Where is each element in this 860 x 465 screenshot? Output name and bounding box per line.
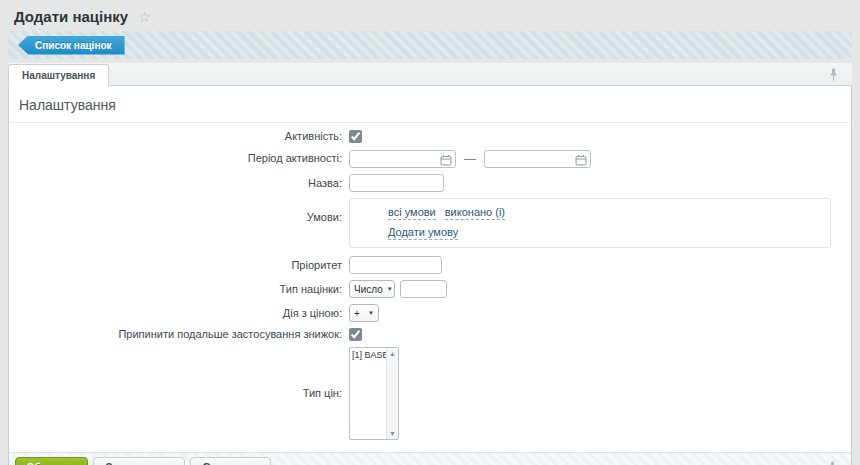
markup-type-select-value: Число — [354, 284, 383, 295]
tab-bar: Налаштування — [8, 63, 852, 86]
price-action-label: Дія з ціною: — [9, 307, 349, 320]
tab-settings[interactable]: Налаштування — [8, 64, 109, 86]
form-panel: Налаштування Активність: Період активнос… — [8, 86, 852, 465]
pin-icon[interactable] — [829, 68, 838, 86]
markup-value-input[interactable] — [400, 280, 447, 298]
chevron-down-icon: ▼ — [368, 310, 374, 316]
calendar-icon[interactable] — [440, 152, 452, 170]
row-markup-type: Тип націнки: Число ▼ — [9, 280, 851, 298]
scroll-down-icon[interactable]: ▼ — [389, 430, 396, 437]
row-price-action: Дія з ціною: + ▼ — [9, 304, 851, 322]
price-types-label: Тип цін: — [9, 387, 349, 400]
apply-button[interactable]: Застосувати — [93, 457, 185, 465]
cancel-button[interactable]: Скасувати — [190, 457, 271, 465]
stop-discounts-checkbox[interactable] — [349, 328, 362, 341]
conditions-done-link[interactable]: виконано (і) — [445, 206, 505, 220]
page: Додати націнку ☆ Список націнок Налаштув… — [0, 0, 860, 465]
star-icon[interactable]: ☆ — [138, 10, 151, 24]
markup-type-label: Тип націнки: — [9, 283, 349, 296]
activity-checkbox[interactable] — [349, 130, 362, 143]
save-button[interactable]: Зберегти — [15, 457, 88, 465]
page-header: Додати націнку ☆ — [0, 0, 860, 31]
price-action-select-value: + — [354, 308, 360, 319]
section-title: Налаштування — [9, 86, 851, 122]
row-conditions: Умови: всі умови виконано (і) Додати умо… — [9, 198, 851, 248]
price-types-listbox[interactable]: [1] BASE ▲ ▼ — [349, 347, 399, 440]
activity-label: Активність: — [9, 130, 349, 143]
priority-input[interactable] — [349, 256, 442, 274]
row-activity: Активність: — [9, 130, 851, 143]
add-condition-link[interactable]: Додати умову — [388, 226, 458, 240]
row-name: Назва: — [9, 174, 851, 192]
period-label: Період активності: — [9, 152, 349, 165]
row-priority: Пріоритет — [9, 256, 851, 274]
pin-icon[interactable] — [828, 461, 837, 465]
calendar-icon[interactable] — [575, 152, 587, 170]
row-stop-discounts: Припинити подальше застосування знижок: — [9, 328, 851, 341]
stop-discounts-label: Припинити подальше застосування знижок: — [9, 328, 349, 341]
list-of-markups-button[interactable]: Список націнок — [18, 36, 125, 55]
toolbar: Список націнок — [8, 31, 852, 59]
row-activity-period: Період активності: — — [9, 149, 851, 168]
settings-form: Активність: Період активності: — [9, 123, 851, 452]
name-label: Назва: — [9, 177, 349, 190]
price-action-select[interactable]: + ▼ — [349, 304, 379, 322]
list-item[interactable]: [1] BASE — [350, 349, 386, 361]
priority-label: Пріоритет — [9, 259, 349, 272]
form-footer: Зберегти Застосувати Скасувати — [9, 452, 851, 465]
name-input[interactable] — [349, 174, 444, 192]
conditions-all-link[interactable]: всі умови — [388, 206, 436, 220]
period-separator: — — [464, 152, 476, 166]
row-price-types: Тип цін: [1] BASE ▲ ▼ — [9, 347, 851, 440]
conditions-label: Умови: — [9, 198, 349, 224]
scrollbar[interactable]: ▲ ▼ — [386, 348, 398, 439]
markup-type-select[interactable]: Число ▼ — [349, 280, 395, 298]
period-to-wrap — [484, 149, 591, 168]
conditions-box: всі умови виконано (і) Додати умову — [349, 198, 831, 248]
chevron-down-icon: ▼ — [387, 286, 393, 292]
page-title: Додати націнку — [14, 8, 128, 25]
period-from-wrap — [349, 149, 456, 168]
scroll-up-icon[interactable]: ▲ — [389, 350, 396, 357]
